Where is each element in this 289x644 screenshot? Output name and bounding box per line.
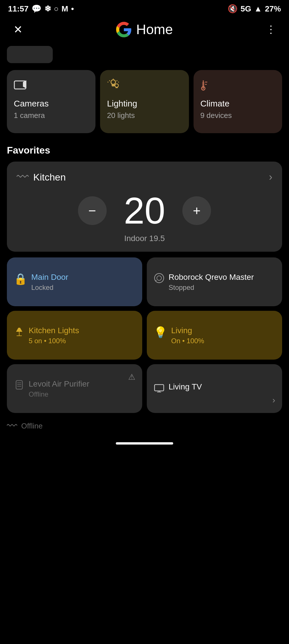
lighting-count: 20 lights [107, 111, 182, 120]
main-door-name: Main Door [31, 272, 135, 282]
climate-icon [200, 78, 275, 93]
thermostat-header: 〰 Kitchen › [17, 170, 272, 184]
lighting-icon [107, 78, 182, 93]
roborock-info: Roborock Qrevo Master Stopped [169, 272, 275, 292]
levoit-info: Levoit Air Purifier Offline [29, 379, 135, 398]
home-indicator [0, 438, 289, 447]
address-bar-placeholder [7, 46, 53, 63]
levoit-name: Levoit Air Purifier [29, 379, 135, 389]
fav-kitchen-lights[interactable]: Kitchen Lights 5 on • 100% [7, 311, 142, 360]
thermostat-controls: − 20 + [17, 192, 272, 229]
bottom-peek-text: Offline [21, 422, 43, 430]
svg-point-2 [111, 80, 116, 84]
climate-count: 9 devices [200, 111, 275, 120]
tv-icon [154, 382, 165, 396]
kitchen-lights-info: Kitchen Lights 5 on • 100% [29, 325, 135, 345]
bulb-icon: 💡 [154, 326, 167, 339]
thermostat-name-row: 〰 Kitchen [17, 170, 66, 184]
dot-icon: • [71, 4, 74, 13]
temp-display: 20 [124, 192, 165, 229]
svg-line-19 [155, 280, 157, 281]
mute-icon: 🔇 [228, 4, 238, 13]
status-left: 11:57 💬 ❄ ○ M • [8, 4, 74, 13]
google-logo-icon [116, 22, 132, 37]
category-climate[interactable]: Climate 9 devices [194, 70, 282, 133]
svg-marker-20 [16, 328, 22, 332]
snowflake-icon: ❄ [44, 4, 51, 13]
more-icon: ⋮ [266, 24, 276, 36]
fav-levoit[interactable]: Levoit Air Purifier Offline ⚠ [7, 364, 142, 413]
roborock-name: Roborock Qrevo Master [169, 272, 275, 282]
svg-point-18 [157, 276, 161, 280]
fav-main-door[interactable]: 🔒 Main Door Locked [7, 257, 142, 306]
floor-lamp-icon [14, 326, 25, 340]
climate-name: Climate [200, 98, 275, 109]
time: 11:57 [8, 4, 29, 13]
favorites-grid: 🔒 Main Door Locked Roborock Qrevo [7, 257, 282, 413]
more-options-button[interactable]: ⋮ [263, 22, 279, 37]
svg-rect-14 [202, 82, 204, 88]
svg-line-8 [117, 80, 118, 81]
network-label: 5G [241, 4, 251, 13]
battery-label: 27% [265, 4, 281, 13]
living-tv-name: Living TV [169, 382, 275, 392]
living-tv-info: Living TV [169, 382, 275, 392]
svg-rect-21 [19, 332, 19, 336]
robot-icon [154, 273, 165, 286]
main-door-status: Locked [31, 284, 135, 292]
indoor-temp: Indoor 19.5 [17, 234, 272, 243]
circle-icon: ○ [54, 4, 59, 13]
close-icon: ✕ [13, 23, 23, 36]
cameras-count: 1 camera [14, 111, 89, 120]
thermostat-chevron-icon: › [269, 171, 272, 183]
svg-point-10 [115, 84, 118, 87]
levoit-status: Offline [29, 390, 135, 398]
app-header: ✕ Home ⋮ [0, 16, 289, 46]
kitchen-thermostat-card[interactable]: 〰 Kitchen › − 20 + Indoor 19.5 [7, 162, 282, 252]
main-door-row: 🔒 Main Door Locked [14, 272, 135, 292]
air-purifier-icon [14, 379, 25, 393]
thermostat-name: Kitchen [33, 172, 66, 183]
svg-rect-3 [112, 84, 115, 86]
svg-rect-11 [116, 87, 118, 88]
living-tv-row: Living TV [154, 382, 275, 396]
plus-icon: + [193, 203, 201, 218]
gmail-icon: M [62, 4, 68, 13]
fav-living-tv[interactable]: Living TV › [147, 364, 282, 413]
page-title: Home [136, 22, 173, 37]
svg-rect-27 [155, 385, 164, 391]
cameras-name: Cameras [14, 98, 89, 109]
kitchen-lights-name: Kitchen Lights [29, 325, 135, 336]
bottom-peek: 〰 Offline [0, 413, 289, 438]
fav-roborock[interactable]: Roborock Qrevo Master Stopped [147, 257, 282, 306]
svg-marker-1 [23, 80, 26, 88]
levoit-row: Levoit Air Purifier Offline [14, 379, 135, 398]
svg-point-17 [155, 273, 164, 283]
bottom-peek-icon: 〰 [7, 420, 17, 432]
living-row: 💡 Living On • 100% [154, 325, 275, 345]
kitchen-lights-status: 5 on • 100% [29, 337, 135, 345]
svg-rect-4 [112, 86, 115, 86]
living-name: Living [171, 325, 275, 336]
cameras-icon [14, 78, 89, 93]
category-cameras[interactable]: Cameras 1 camera [7, 70, 95, 133]
close-button[interactable]: ✕ [10, 22, 26, 37]
lighting-name: Lighting [107, 98, 182, 109]
minus-icon: − [88, 203, 96, 218]
favorites-title: Favorites [7, 145, 282, 156]
category-lighting[interactable]: Lighting 20 lights [100, 70, 189, 133]
roborock-status: Stopped [169, 284, 275, 292]
main-content: Cameras 1 camera Li [0, 46, 289, 413]
fav-living[interactable]: 💡 Living On • 100% [147, 311, 282, 360]
kitchen-lights-row: Kitchen Lights 5 on • 100% [14, 325, 135, 345]
whatsapp-icon: 💬 [32, 4, 42, 13]
roborock-row: Roborock Qrevo Master Stopped [154, 272, 275, 292]
living-info: Living On • 100% [171, 325, 275, 345]
signal-icon: ▲ [254, 4, 262, 13]
header-center: Home [116, 22, 173, 37]
thermostat-steam-icon: 〰 [17, 170, 29, 184]
decrease-temp-button[interactable]: − [78, 196, 107, 225]
increase-temp-button[interactable]: + [182, 196, 211, 225]
lock-icon: 🔒 [14, 273, 27, 285]
living-tv-chevron-icon: › [272, 395, 275, 405]
